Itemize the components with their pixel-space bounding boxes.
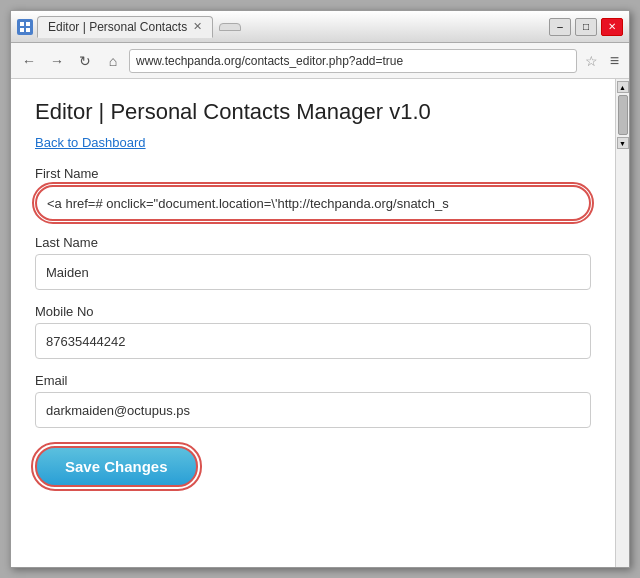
browser-body: Editor | Personal Contacts Manager v1.0 … — [11, 79, 629, 567]
back-to-dashboard-link[interactable]: Back to Dashboard — [35, 135, 146, 150]
field-group-2: Mobile No — [35, 304, 591, 359]
address-bar: ← → ↻ ⌂ ☆ ≡ — [11, 43, 629, 79]
active-tab[interactable]: Editor | Personal Contacts ✕ — [37, 16, 213, 38]
window-controls: – □ ✕ — [549, 18, 623, 36]
mobile-input[interactable] — [35, 323, 591, 359]
page-title: Editor | Personal Contacts Manager v1.0 — [35, 99, 591, 125]
home-button[interactable]: ⌂ — [101, 49, 125, 73]
field-group-3: Email — [35, 373, 591, 428]
url-input[interactable] — [129, 49, 577, 73]
field-label-1: Last Name — [35, 235, 591, 250]
field-label-0: First Name — [35, 166, 591, 181]
svg-rect-1 — [26, 22, 30, 26]
field-group-0: First Name — [35, 166, 591, 221]
save-changes-button[interactable]: Save Changes — [35, 446, 198, 487]
svg-rect-3 — [26, 28, 30, 32]
tab-close-icon[interactable]: ✕ — [193, 20, 202, 33]
svg-rect-2 — [20, 28, 24, 32]
tab-label: Editor | Personal Contacts — [48, 20, 187, 34]
page-content: Editor | Personal Contacts Manager v1.0 … — [11, 79, 615, 567]
browser-window: Editor | Personal Contacts ✕ – □ ✕ ← → ↻… — [10, 10, 630, 568]
save-button-wrapper: Save Changes — [35, 446, 591, 487]
fields-container: First NameLast NameMobile NoEmail — [35, 166, 591, 428]
first-name-input[interactable] — [35, 185, 591, 221]
forward-button[interactable]: → — [45, 49, 69, 73]
refresh-button[interactable]: ↻ — [73, 49, 97, 73]
menu-icon[interactable]: ≡ — [606, 52, 623, 70]
browser-icon — [17, 19, 33, 35]
close-button[interactable]: ✕ — [601, 18, 623, 36]
scroll-up-button[interactable]: ▲ — [617, 81, 629, 93]
email-input[interactable] — [35, 392, 591, 428]
scrollbar: ▲ ▼ — [615, 79, 629, 567]
maximize-button[interactable]: □ — [575, 18, 597, 36]
scroll-thumb[interactable] — [618, 95, 628, 135]
last-name-input[interactable] — [35, 254, 591, 290]
minimize-button[interactable]: – — [549, 18, 571, 36]
field-label-2: Mobile No — [35, 304, 591, 319]
svg-rect-0 — [20, 22, 24, 26]
field-label-3: Email — [35, 373, 591, 388]
scroll-down-button[interactable]: ▼ — [617, 137, 629, 149]
back-button[interactable]: ← — [17, 49, 41, 73]
bookmark-icon[interactable]: ☆ — [581, 53, 602, 69]
field-group-1: Last Name — [35, 235, 591, 290]
title-bar: Editor | Personal Contacts ✕ – □ ✕ — [11, 11, 629, 43]
inactive-tab[interactable] — [219, 23, 241, 31]
